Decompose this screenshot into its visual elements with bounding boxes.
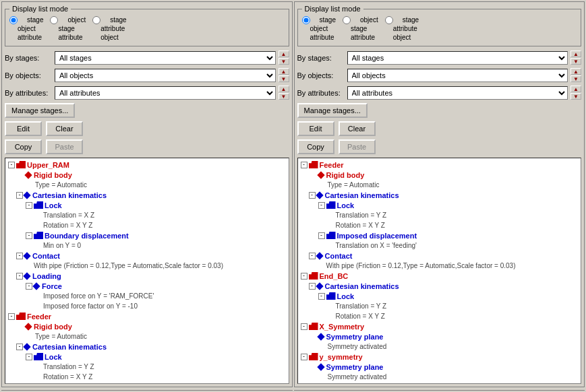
tree-row-contact-feeder-r[interactable]: - Contact xyxy=(299,251,580,261)
left-radio-2[interactable] xyxy=(50,16,58,24)
right-radio-3[interactable] xyxy=(385,16,393,24)
right-manage-btn[interactable]: Manage stages... xyxy=(297,103,368,118)
right-radio-1-sub2: attribute xyxy=(310,33,334,42)
right-objects-down[interactable]: ▼ xyxy=(570,75,581,82)
expand-force-1[interactable]: - xyxy=(26,283,32,290)
tree-row-lock-end-bc[interactable]: - Lock xyxy=(299,291,580,301)
tree-row-cart-end-bc[interactable]: - Cartesian kinematics xyxy=(299,281,580,291)
expand-lock-1[interactable]: - xyxy=(26,202,32,209)
left-attrs-up[interactable]: ▲ xyxy=(279,86,289,92)
expand-cart-1[interactable]: - xyxy=(16,192,23,199)
left-objects-select[interactable]: All objects xyxy=(55,69,276,82)
expand-imposed-disp-r[interactable]: - xyxy=(318,232,325,239)
expand-feeder-right[interactable]: - xyxy=(301,162,307,168)
tree-node-feeder-right: - Feeder Rigid body Type = Automatic - C… xyxy=(299,160,580,271)
type-feeder: Type = Automatic xyxy=(35,333,87,340)
right-stages-down[interactable]: ▼ xyxy=(570,58,581,65)
tree-row-feeder-right[interactable]: - Feeder xyxy=(299,160,580,170)
tree-row-cart-kin-1[interactable]: - Cartesian kinematics xyxy=(7,190,287,200)
right-objects-arrows: ▲ ▼ xyxy=(570,68,581,82)
left-stages-select[interactable]: All stages xyxy=(55,51,276,65)
left-clear-btn[interactable]: Clear xyxy=(46,121,83,136)
tree-row-type-auto-1[interactable]: Type = Automatic xyxy=(7,180,287,190)
expand-cart-end-bc[interactable]: - xyxy=(309,283,316,290)
expand-contact-1[interactable]: - xyxy=(16,253,23,259)
right-clear-btn[interactable]: Clear xyxy=(339,121,376,136)
rot-end-bc: Rotation = X Y Z xyxy=(336,313,385,320)
right-copy-btn[interactable]: Copy xyxy=(297,139,334,154)
left-copy-btn[interactable]: Copy xyxy=(5,139,42,154)
right-objects-up[interactable]: ▲ xyxy=(570,68,581,75)
tree-row-cart-feeder[interactable]: - Cartesian kinematics xyxy=(7,341,287,352)
expand-y-symm[interactable]: - xyxy=(301,354,307,360)
tree-row-imposed-disp-r[interactable]: - Imposed displacement xyxy=(299,230,580,240)
left-stages-up[interactable]: ▲ xyxy=(279,51,289,57)
tree-row-contact-1[interactable]: - Contact xyxy=(7,251,287,261)
left-objects-down[interactable]: ▼ xyxy=(279,75,289,82)
expand-loading-1[interactable]: - xyxy=(16,273,23,280)
left-display-mode-group: Display list mode stage object attribute… xyxy=(5,5,289,46)
right-stages-select[interactable]: All stages xyxy=(347,51,568,65)
tree-row-symm-plane-x[interactable]: Symmetry plane xyxy=(299,331,580,341)
tree-row-rigid-feeder[interactable]: Rigid body xyxy=(7,321,287,331)
right-attrs-up[interactable]: ▲ xyxy=(570,86,581,92)
expand-upper-ram[interactable]: - xyxy=(8,162,15,168)
expand-lock-feeder[interactable]: - xyxy=(26,354,32,360)
expand-lock-feeder-r[interactable]: - xyxy=(318,202,325,209)
right-attrs-select[interactable]: All attributes xyxy=(347,86,568,100)
expand-bd-1[interactable]: - xyxy=(26,232,32,239)
right-edit-btn[interactable]: Edit xyxy=(297,121,334,136)
left-manage-btn[interactable]: Manage stages... xyxy=(5,103,75,118)
right-radio-2[interactable] xyxy=(343,16,351,24)
expand-x-symm[interactable]: - xyxy=(301,323,307,330)
tree-row-upper-ram[interactable]: - Upper_RAM xyxy=(7,160,287,170)
left-stages-down[interactable]: ▼ xyxy=(279,58,289,65)
expand-contact-feeder-r[interactable]: - xyxy=(309,253,316,259)
left-objects-up[interactable]: ▲ xyxy=(279,68,289,75)
expand-cart-feeder[interactable]: - xyxy=(16,344,23,350)
tree-row-x-symm[interactable]: - X_Symmetry xyxy=(299,321,580,331)
tree-row-rigid-body-1[interactable]: Rigid body xyxy=(7,170,287,180)
tree-row-end-bc[interactable]: - End_BC xyxy=(299,271,580,281)
right-paste-btn[interactable]: Paste xyxy=(339,139,376,154)
tree-row-lock-feeder[interactable]: - Lock xyxy=(7,352,287,362)
tree-row-feeder-left[interactable]: - Feeder xyxy=(7,311,287,321)
tree-row-bd-1[interactable]: - Boundary displacement xyxy=(7,230,287,240)
diamond-symm-plane-y xyxy=(317,363,324,370)
left-radio-1[interactable] xyxy=(9,16,18,24)
tree-row-lock-feeder-r[interactable]: - Lock xyxy=(299,200,580,210)
right-radio-1[interactable] xyxy=(302,16,310,24)
expand-lock-end-bc[interactable]: - xyxy=(318,293,325,300)
left-objects-label: By objects: xyxy=(5,71,52,79)
left-radio-option-2: object stage attribute xyxy=(50,15,86,42)
left-radio-3[interactable] xyxy=(92,16,100,24)
left-tree[interactable]: - Upper_RAM Rigid body Type = Automatic … xyxy=(5,158,289,384)
right-stages-up[interactable]: ▲ xyxy=(570,51,581,57)
lock-feeder-label: Lock xyxy=(45,353,62,361)
tree-row-symm-activated-y: Symmetry activated xyxy=(299,372,580,382)
tree-row-miny-1: Min on Y = 0 xyxy=(7,240,287,251)
folder-lock-feeder xyxy=(34,353,43,360)
folder-x-symm-icon xyxy=(309,323,318,330)
right-objects-select[interactable]: All objects xyxy=(347,69,568,82)
left-paste-btn[interactable]: Paste xyxy=(46,139,83,154)
left-edit-btn[interactable]: Edit xyxy=(5,121,42,136)
tree-row-cart-feeder-r[interactable]: - Cartesian kinematics xyxy=(299,190,580,200)
expand-end-bc[interactable]: - xyxy=(301,273,307,280)
tree-row-loading-1[interactable]: - Loading xyxy=(7,271,287,281)
right-radio-option-3: stage attribute object xyxy=(385,15,419,42)
right-attrs-down[interactable]: ▼ xyxy=(570,93,581,100)
tree-row-symm-plane-y[interactable]: Symmetry plane xyxy=(299,362,580,372)
right-objects-label: By objects: xyxy=(297,71,345,79)
tree-row-force-1[interactable]: - Force xyxy=(7,281,287,291)
tree-row-y-symm[interactable]: - y_symmetry xyxy=(299,352,580,362)
left-attrs-down[interactable]: ▼ xyxy=(279,93,289,100)
expand-feeder-left[interactable]: - xyxy=(8,313,15,320)
tree-row-lock-1[interactable]: - Lock xyxy=(7,200,287,210)
expand-cart-feeder-r[interactable]: - xyxy=(309,192,316,199)
tree-row-trans-feeder: Translation = Y Z xyxy=(7,362,287,372)
left-attrs-select[interactable]: All attributes xyxy=(55,86,276,100)
right-tree[interactable]: - Feeder Rigid body Type = Automatic - C… xyxy=(297,158,582,384)
tree-row-trans-end-bc: Translation = Y Z xyxy=(299,301,580,311)
tree-row-rigid-feeder-r[interactable]: Rigid body xyxy=(299,170,580,180)
